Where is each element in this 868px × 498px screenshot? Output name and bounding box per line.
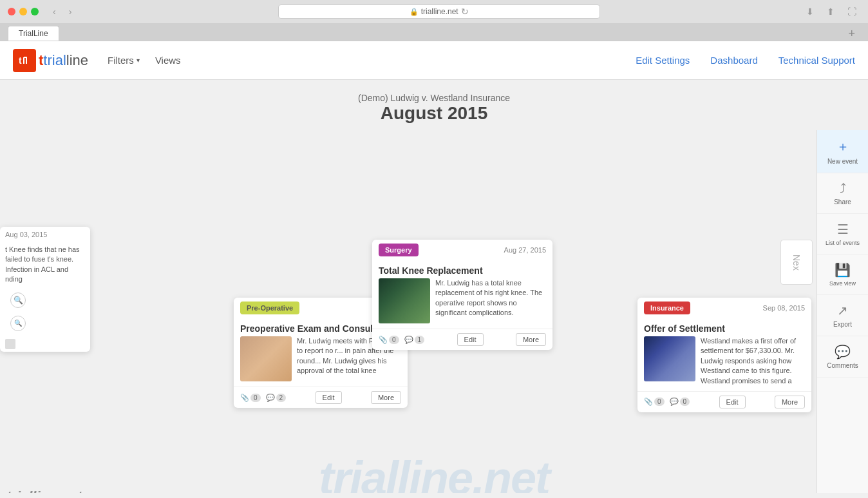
fullscreen-button[interactable]: ⛶	[844, 5, 860, 18]
active-tab[interactable]: TrialLine	[8, 26, 59, 41]
app-container: t ttrialline Filters ▾ Views Edit Settin…	[0, 41, 868, 493]
save-icon: 💾	[835, 262, 851, 278]
next-panel-button[interactable]: Nex	[780, 240, 813, 285]
share-button[interactable]: ⤴ Share	[817, 173, 868, 214]
technical-support-link[interactable]: Technical Support	[778, 55, 855, 66]
logo-icon: t	[13, 49, 36, 72]
left-card-text: t Knee finds that ne has failed to fuse …	[0, 242, 90, 287]
card-color-swatch	[5, 339, 15, 349]
attachment-icon-s: 📎	[379, 336, 388, 344]
comments-label: Comments	[827, 362, 858, 369]
timeline-header: (Demo) Ludwig v. Westland Insurance Augu…	[0, 80, 868, 130]
attachment-icon: 📎	[240, 394, 249, 402]
save-view-label: Save view	[829, 280, 856, 287]
list-icon: ☰	[837, 222, 849, 237]
edit-settings-link[interactable]: Edit Settings	[636, 55, 690, 66]
views-nav[interactable]: Views	[155, 55, 181, 66]
nav-right: Edit Settings Dashboard Technical Suppor…	[636, 55, 855, 66]
dashboard-link[interactable]: Dashboard	[710, 55, 757, 66]
surgery-text: Mr. Ludwig has a total knee replacement …	[435, 278, 546, 323]
surgery-attachments: 📎 0	[379, 336, 399, 344]
zoom-out-button[interactable]: 🔍	[10, 316, 26, 331]
download-icon[interactable]: ⬇	[802, 5, 818, 18]
preop-footer: 📎 0 💬 2 Edit More	[234, 387, 408, 408]
new-tab-button[interactable]: +	[843, 27, 860, 41]
comments-button[interactable]: 💬 Comments	[817, 336, 868, 378]
surgery-comments-count: 💬 1	[404, 336, 425, 344]
new-event-button[interactable]: ＋ New event	[817, 130, 868, 173]
browser-chrome: ‹ › 🔒 trialline.net ↻ ⬇ ⬆ ⛶ TrialLine +	[0, 0, 868, 41]
share-label: Share	[834, 198, 851, 206]
share-browser-button[interactable]: ⬆	[823, 5, 838, 18]
insurance-category: Insurance	[644, 302, 690, 314]
browser-tab-bar: TrialLine +	[0, 23, 868, 41]
insurance-body: Westland makes a first offer of settleme…	[637, 336, 811, 391]
preop-category: Pre-Operative	[240, 302, 299, 314]
insurance-more-button[interactable]: More	[775, 396, 805, 408]
comments-icon: 💬	[835, 344, 851, 359]
list-events-button[interactable]: ☰ List of events	[817, 214, 868, 254]
browser-navigation: ‹ ›	[49, 5, 75, 18]
app-header: t ttrialline Filters ▾ Views Edit Settin…	[0, 41, 868, 80]
filters-nav[interactable]: Filters ▾	[108, 55, 140, 66]
left-card-date: Aug 03, 2015	[0, 227, 90, 242]
address-bar[interactable]: 🔒 trialline.net ↻	[278, 5, 600, 19]
preop-attachments: 📎 0	[240, 394, 261, 402]
browser-window-controls	[8, 8, 39, 15]
reload-button[interactable]: ↻	[461, 6, 469, 17]
insurance-edit-button[interactable]: Edit	[719, 396, 746, 408]
browser-titlebar: ‹ › 🔒 trialline.net ↻ ⬇ ⬆ ⛶	[0, 0, 868, 23]
insurance-text: Westland makes a first offer of settleme…	[701, 336, 805, 386]
timeline-subtitle: (Demo) Ludwig v. Westland Insurance	[0, 93, 868, 103]
insurance-comments-count: 💬 0	[670, 397, 690, 406]
url-text: trialline.net	[421, 7, 458, 16]
preop-image	[240, 336, 292, 381]
svg-text:t: t	[19, 55, 22, 66]
surgery-image	[379, 278, 430, 323]
export-label: Export	[833, 321, 852, 328]
bottom-watermark: trialline.net	[0, 486, 88, 493]
preop-edit-button[interactable]: Edit	[316, 391, 342, 404]
save-view-button[interactable]: 💾 Save view	[817, 254, 868, 295]
preop-more-button[interactable]: More	[371, 391, 401, 404]
insurance-title: Offer of Settlement	[637, 318, 811, 336]
watermark: trialline.net	[319, 452, 549, 493]
surgery-title: Total Knee Replacement	[372, 260, 552, 278]
surgery-body: Mr. Ludwig has a total knee replacement …	[372, 278, 552, 329]
share-icon: ⤴	[840, 181, 846, 196]
export-icon: ↗	[837, 303, 848, 318]
surgery-card: Surgery Aug 27, 2015 Total Knee Replacem…	[372, 240, 552, 350]
minimize-button[interactable]	[19, 8, 27, 15]
list-events-label: List of events	[826, 240, 860, 246]
logo: t ttrialline	[13, 49, 88, 72]
main-content: (Demo) Ludwig v. Westland Insurance Augu…	[0, 80, 868, 493]
plus-icon: ＋	[836, 138, 849, 155]
back-button[interactable]: ‹	[49, 5, 60, 18]
attachment-icon-i: 📎	[644, 397, 653, 406]
right-toolbar: ＋ New event ⤴ Share ☰ List of events 💾 S…	[816, 130, 868, 493]
comment-icon-i: 💬	[670, 397, 679, 406]
surgery-category: Surgery	[379, 244, 419, 256]
forward-button[interactable]: ›	[65, 5, 76, 18]
maximize-button[interactable]	[31, 8, 39, 15]
logo-text: ttrialline	[39, 52, 88, 69]
timeline-area: trialline.net Aug 03, 2015 t Knee finds …	[0, 130, 868, 493]
surgery-footer: 📎 0 💬 1 Edit More	[372, 329, 552, 350]
surgery-edit-button[interactable]: Edit	[457, 333, 484, 346]
surgery-date: Aug 27, 2015	[504, 246, 546, 254]
close-button[interactable]	[8, 8, 15, 15]
insurance-attachments: 📎 0	[644, 397, 665, 406]
insurance-image	[644, 336, 695, 381]
comment-icon-s: 💬	[404, 336, 413, 344]
left-card: Aug 03, 2015 t Knee finds that ne has fa…	[0, 227, 90, 352]
new-event-label: New event	[827, 158, 858, 165]
comment-icon: 💬	[266, 394, 275, 402]
preop-comments-count: 💬 2	[266, 394, 287, 402]
insurance-footer: 📎 0 💬 0 Edit More	[637, 391, 811, 412]
insurance-card: Insurance Sep 08, 2015 Offer of Settleme…	[637, 298, 811, 412]
export-button[interactable]: ↗ Export	[817, 295, 868, 336]
timeline-title: August 2015	[0, 103, 868, 124]
zoom-in-button[interactable]: 🔍	[10, 292, 26, 308]
surgery-more-button[interactable]: More	[516, 333, 546, 346]
insurance-date: Sep 08, 2015	[763, 304, 805, 312]
